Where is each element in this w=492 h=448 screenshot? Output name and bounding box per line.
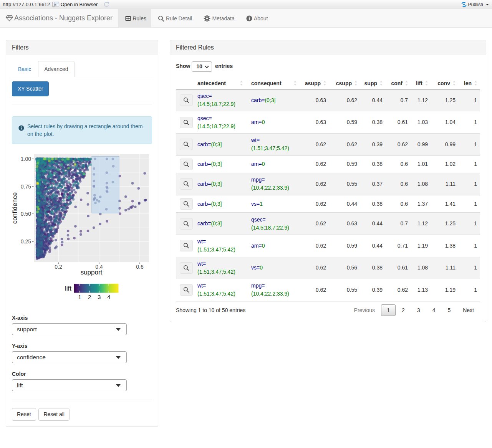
svg-text:0.25: 0.25	[21, 238, 31, 245]
svg-text:1: 1	[78, 294, 81, 300]
svg-text:1.00: 1.00	[21, 156, 31, 162]
svg-text:3: 3	[98, 294, 101, 300]
svg-text:lift: lift	[65, 285, 71, 292]
svg-text:4: 4	[107, 294, 110, 300]
svg-text:0.75: 0.75	[21, 183, 31, 190]
svg-text:0.2: 0.2	[55, 264, 62, 270]
svg-text:support: support	[81, 269, 103, 276]
svg-text:0.50: 0.50	[21, 211, 31, 217]
svg-text:0.6: 0.6	[136, 264, 144, 270]
svg-text:confidence: confidence	[12, 192, 18, 224]
svg-text:2: 2	[88, 294, 91, 300]
